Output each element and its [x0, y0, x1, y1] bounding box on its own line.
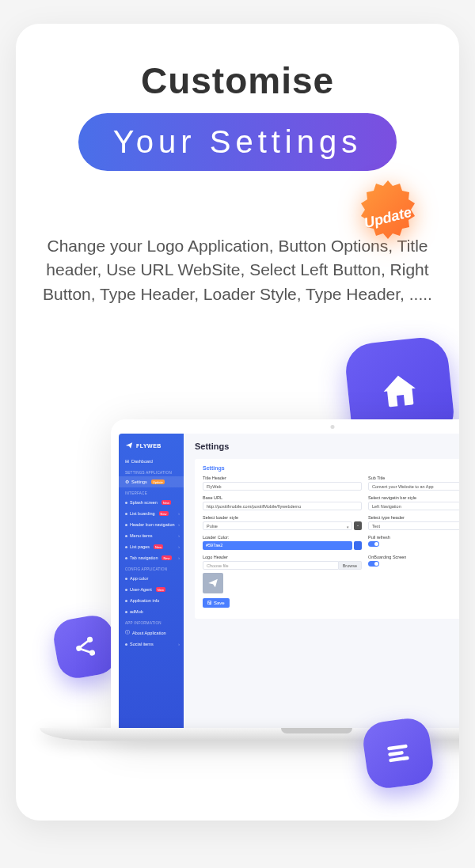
input-base-url[interactable]: http://positifmobile.com/positifMobile/f…	[203, 502, 362, 510]
input-logo-file[interactable]: Choose file	[203, 561, 339, 570]
list-squircle-icon	[361, 716, 436, 791]
label-title-header: Title Header	[203, 476, 362, 480]
nav-app-color[interactable]: App color	[119, 573, 184, 584]
nav-admob[interactable]: adMob	[119, 606, 184, 617]
paper-plane-icon	[125, 442, 133, 449]
share-icon	[70, 631, 101, 662]
nav-section-config: CONFIG APPLICATION	[119, 563, 184, 573]
nav-list-boarding[interactable]: List boardingNew›	[119, 508, 184, 519]
toggle-pull-refresh[interactable]	[368, 541, 379, 547]
page-title: Settings	[195, 442, 459, 451]
logo-preview	[203, 573, 223, 593]
hero-title: Customise	[16, 59, 459, 102]
nav-settings[interactable]: ⚙SettingsUpdate	[119, 476, 184, 487]
label-nav-style: Select navigatin bar style	[368, 495, 459, 500]
hero: Customise Your Settings	[16, 24, 459, 171]
brand-text: FLYWEB	[136, 443, 162, 449]
share-squircle-icon	[51, 612, 120, 681]
hero-subtitle: Your Settings	[78, 113, 397, 171]
input-loader-color[interactable]: #597ae2	[203, 541, 352, 550]
save-button[interactable]: 🖫Save	[203, 598, 230, 608]
label-type-header: Select type header	[368, 515, 459, 520]
loader-style-btn[interactable]: -	[354, 521, 362, 530]
toggle-onboarding[interactable]	[368, 561, 379, 567]
nav-section-interface: INTERFACE	[119, 487, 184, 497]
select-type-header[interactable]: Text	[368, 521, 459, 530]
nav-user-agent[interactable]: User-AgentNew	[119, 584, 184, 595]
nav-tab-navigation[interactable]: Tab navigationNew›	[119, 552, 184, 563]
label-loader-color: Loader Color:	[203, 535, 362, 540]
input-title-header[interactable]: FlyWeb	[203, 482, 362, 491]
input-sub-title[interactable]: Convert your Website to an App	[368, 482, 459, 491]
svg-point-2	[89, 650, 95, 656]
promo-card: Customise Your Settings Update Change yo…	[16, 24, 459, 821]
nav-about-app[interactable]: ⓘAbout Application	[119, 627, 184, 639]
nav-splash[interactable]: Splash screenNew	[119, 497, 184, 508]
label-loader-style: Select loader style	[203, 515, 362, 520]
app-screen: FLYWEB ⊞Dashboard SETTINGS APPLICATION ⚙…	[119, 434, 459, 736]
select-nav-style[interactable]: Left Navigation	[368, 502, 459, 510]
home-icon	[376, 368, 423, 415]
brand: FLYWEB	[119, 440, 184, 456]
select-loader-style[interactable]: Pulse	[203, 521, 352, 530]
browse-button[interactable]: Browse	[339, 561, 362, 570]
color-swatch[interactable]	[354, 541, 362, 550]
settings-panel: Settings Title Header FlyWeb Sub Title C…	[195, 459, 459, 619]
laptop-mockup: FLYWEB ⊞Dashboard SETTINGS APPLICATION ⚙…	[111, 419, 459, 736]
label-onboarding: OnBoarding Screen	[368, 555, 459, 559]
nav-header-icon[interactable]: Header Icon navigation›	[119, 519, 184, 530]
nav-dashboard[interactable]: ⊞Dashboard	[119, 456, 184, 467]
panel-title: Settings	[203, 465, 459, 471]
nav-list-pages[interactable]: List pagesNew›	[119, 541, 184, 552]
nav-section-settings: SETTINGS APPLICATION	[119, 467, 184, 476]
nav-app-info[interactable]: Application info	[119, 595, 184, 606]
label-sub-title: Sub Title	[368, 476, 459, 480]
label-base-url: Base URL	[203, 495, 362, 500]
nav-section-appinfo: APP INFORMATION	[119, 617, 184, 627]
nav-menu-items[interactable]: Menu items›	[119, 530, 184, 541]
paper-plane-icon	[207, 578, 218, 589]
sidebar: FLYWEB ⊞Dashboard SETTINGS APPLICATION ⚙…	[119, 434, 184, 736]
main-content: Do Settings Settings Title Header FlyWeb…	[184, 434, 459, 736]
update-badge: Update	[348, 178, 428, 257]
label-pull-refresh: Pull refresh	[368, 535, 459, 540]
label-logo-header: Logo Header	[203, 555, 362, 559]
list-icon	[382, 737, 415, 770]
nav-social-items[interactable]: Social items›	[119, 639, 184, 650]
